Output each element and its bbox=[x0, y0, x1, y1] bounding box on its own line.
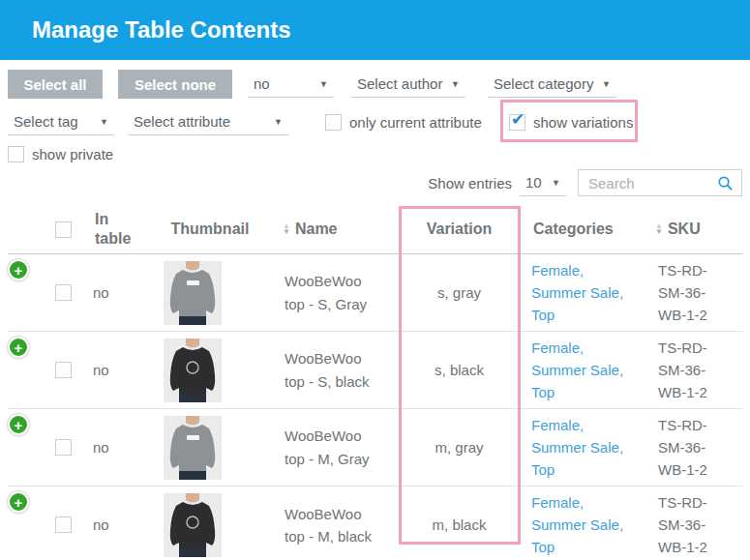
only-current-attribute-option: ✔ only current attribute bbox=[325, 114, 482, 131]
product-sku: TS-RD-SM-36-WB-1-2 bbox=[658, 491, 720, 559]
in-table-value: no bbox=[93, 362, 109, 378]
search-icon[interactable] bbox=[717, 175, 734, 192]
chevron-down-icon: ▼ bbox=[552, 178, 560, 188]
product-thumbnail bbox=[163, 261, 223, 325]
dropdown-value: 10 bbox=[525, 174, 542, 191]
table-row: + ✔ no WooBeWoo top - M, Gray m, gra bbox=[8, 409, 742, 486]
product-name: WooBeWoo top - M, Gray bbox=[285, 425, 383, 470]
table-header-row: ✔ In table Thumbnail ▲ ▼ Name Variation … bbox=[8, 205, 742, 254]
tag-filter-dropdown[interactable]: Select tag ▼ bbox=[8, 108, 114, 135]
category-link[interactable]: Top bbox=[531, 384, 555, 400]
category-link[interactable]: Top bbox=[531, 307, 555, 323]
page-title: Manage Table Contents bbox=[32, 16, 291, 44]
show-private-label: show private bbox=[32, 146, 113, 162]
show-private-checkbox[interactable]: ✔ bbox=[8, 146, 24, 162]
chevron-down-icon: ▼ bbox=[451, 79, 460, 89]
products-table: ✔ In table Thumbnail ▲ ▼ Name Variation … bbox=[8, 205, 742, 560]
show-variations-checkbox[interactable]: ✔ bbox=[509, 114, 525, 131]
add-to-table-button[interactable]: + bbox=[8, 491, 29, 513]
variation-value: m, black bbox=[433, 516, 487, 533]
add-to-table-button[interactable]: + bbox=[8, 414, 29, 435]
in-table-value: no bbox=[93, 516, 109, 533]
in-table-filter-dropdown[interactable]: no ▼ bbox=[248, 71, 334, 98]
plus-icon: + bbox=[15, 263, 23, 278]
col-header-thumbnail: Thumbnail bbox=[147, 205, 273, 254]
show-private-option: ✔ show private bbox=[8, 146, 113, 162]
row-checkbox[interactable]: ✔ bbox=[55, 516, 72, 533]
toolbar-row-2: Select tag ▼ Select attribute ▼ ✔ only c… bbox=[8, 103, 742, 140]
row-checkbox[interactable]: ✔ bbox=[55, 439, 72, 456]
col-header-variation: Variation bbox=[399, 205, 520, 254]
category-link[interactable]: Female bbox=[531, 494, 580, 511]
attribute-filter-dropdown[interactable]: Select attribute ▼ bbox=[128, 108, 288, 135]
row-checkbox[interactable]: ✔ bbox=[55, 362, 72, 378]
toolbar-row-1: Select all Select none no ▼ Select autho… bbox=[8, 70, 742, 99]
product-name: WooBeWoo top - M, black bbox=[285, 503, 383, 548]
col-header-sku[interactable]: ▲ ▼ SKU bbox=[648, 205, 742, 254]
dropdown-value: no bbox=[254, 75, 270, 92]
chevron-down-icon: ▼ bbox=[100, 117, 108, 127]
category-link[interactable]: Female bbox=[531, 262, 580, 279]
product-categories: Female, Summer Sale, Top bbox=[531, 491, 642, 559]
variation-value: s, black bbox=[435, 362, 484, 378]
col-header-in-table: In table bbox=[81, 205, 147, 254]
add-to-table-button[interactable]: + bbox=[8, 337, 29, 358]
product-thumbnail bbox=[163, 416, 223, 480]
table-row: + ✔ no WooBeWoo top - S, black s, bl bbox=[8, 332, 742, 409]
variation-value: m, gray bbox=[435, 439, 483, 456]
col-header-categories: Categories bbox=[520, 205, 648, 254]
toolbar-row-3: ✔ show private bbox=[8, 144, 742, 163]
select-all-button[interactable]: Select all bbox=[8, 70, 103, 99]
category-link[interactable]: Top bbox=[531, 461, 555, 478]
search-input[interactable] bbox=[586, 174, 717, 192]
category-filter-dropdown[interactable]: Select category ▼ bbox=[488, 71, 616, 98]
entries-per-page-dropdown[interactable]: 10 ▼ bbox=[520, 169, 566, 196]
product-thumbnail bbox=[163, 339, 223, 402]
products-table-body: + ✔ no WooBeWoo top - S, Gray s, gra bbox=[8, 254, 742, 560]
product-categories: Female, Summer Sale, Top bbox=[531, 337, 642, 404]
variation-value: s, gray bbox=[437, 284, 481, 301]
select-all-rows-checkbox[interactable]: ✔ bbox=[55, 221, 72, 238]
only-current-attribute-checkbox[interactable]: ✔ bbox=[325, 114, 342, 131]
add-to-table-button[interactable]: + bbox=[8, 259, 29, 280]
in-table-value: no bbox=[93, 284, 109, 301]
show-variations-label: show variations bbox=[533, 114, 633, 131]
category-link[interactable]: Female bbox=[531, 339, 580, 356]
product-categories: Female, Summer Sale, Top bbox=[531, 414, 642, 482]
search-box bbox=[578, 169, 742, 196]
product-sku: TS-RD-SM-36-WB-1-2 bbox=[658, 337, 720, 404]
category-link[interactable]: Female bbox=[531, 417, 580, 433]
category-link[interactable]: Top bbox=[531, 539, 555, 555]
product-categories: Female, Summer Sale, Top bbox=[531, 259, 642, 327]
plus-icon: + bbox=[15, 418, 23, 432]
category-link[interactable]: Summer Sale bbox=[531, 516, 619, 533]
page-header: Manage Table Contents bbox=[0, 0, 750, 60]
product-name: WooBeWoo top - S, black bbox=[285, 347, 383, 393]
show-entries-label: Show entries bbox=[428, 175, 512, 192]
product-sku: TS-RD-SM-36-WB-1-2 bbox=[658, 259, 720, 327]
chevron-down-icon: ▼ bbox=[274, 117, 283, 127]
in-table-value: no bbox=[93, 439, 109, 456]
dropdown-label: Select author bbox=[357, 75, 442, 92]
sort-icon: ▲ ▼ bbox=[655, 223, 663, 235]
sort-icon: ▲ ▼ bbox=[283, 223, 290, 235]
show-variations-option: ✔ show variations bbox=[509, 114, 633, 131]
list-controls: Show entries 10 ▼ bbox=[8, 169, 742, 196]
dropdown-label: Select tag bbox=[14, 113, 78, 130]
category-link[interactable]: Summer Sale bbox=[531, 284, 619, 301]
category-link[interactable]: Summer Sale bbox=[531, 439, 619, 456]
chevron-down-icon: ▼ bbox=[602, 79, 611, 89]
table-row: + ✔ no WooBeWoo top - M, black m, bl bbox=[8, 486, 742, 560]
chevron-down-icon: ▼ bbox=[319, 79, 328, 89]
select-none-button[interactable]: Select none bbox=[118, 70, 232, 99]
plus-icon: + bbox=[15, 495, 23, 510]
table-row: + ✔ no WooBeWoo top - S, Gray s, gra bbox=[8, 254, 742, 332]
col-header-name[interactable]: ▲ ▼ Name bbox=[273, 205, 399, 254]
checkmark-icon: ✔ bbox=[511, 109, 525, 130]
dropdown-label: Select category bbox=[494, 75, 593, 92]
row-checkbox[interactable]: ✔ bbox=[55, 284, 72, 301]
category-link[interactable]: Summer Sale bbox=[531, 362, 619, 378]
product-name: WooBeWoo top - S, Gray bbox=[285, 270, 383, 315]
author-filter-dropdown[interactable]: Select author ▼ bbox=[351, 71, 465, 98]
only-current-attribute-label: only current attribute bbox=[349, 114, 482, 131]
